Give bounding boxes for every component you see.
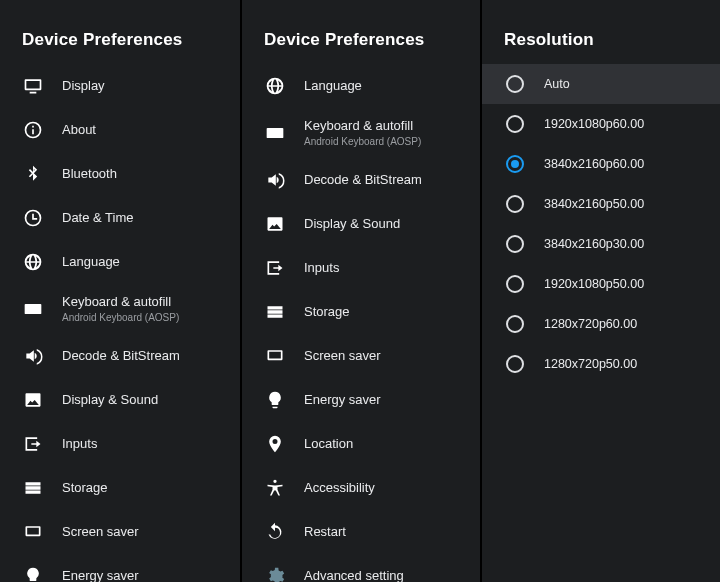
- panel-title: Resolution: [482, 30, 720, 64]
- resolution-option-1920x1080p50-00[interactable]: 1920x1080p50.00: [482, 264, 720, 304]
- bulb-icon: [22, 565, 44, 582]
- menu-item-label: Inputs: [62, 436, 97, 452]
- menu-item-label: Energy saver: [62, 568, 139, 582]
- volume-icon: [22, 345, 44, 367]
- menu-item-label: Display & Sound: [62, 392, 158, 408]
- menu-item-screen-saver[interactable]: Screen saver: [242, 334, 480, 378]
- resolution-panel: Resolution Auto1920x1080p60.003840x2160p…: [480, 0, 720, 582]
- panel-title: Device Preferences: [0, 30, 240, 64]
- menu-item-label: Storage: [62, 480, 108, 496]
- radio-icon: [506, 355, 524, 373]
- resolution-option-1280x720p60-00[interactable]: 1280x720p60.00: [482, 304, 720, 344]
- display-icon: [22, 75, 44, 97]
- device-preferences-panel-2: Device Preferences LanguageKeyboard & au…: [240, 0, 480, 582]
- menu-item-label: Display & Sound: [304, 216, 400, 232]
- volume-icon: [264, 169, 286, 191]
- resolution-option-label: 3840x2160p30.00: [544, 237, 644, 251]
- globe-icon: [264, 75, 286, 97]
- menu-item-sublabel: Android Keyboard (AOSP): [62, 312, 179, 324]
- radio-icon: [506, 275, 524, 293]
- menu-item-bluetooth[interactable]: Bluetooth: [0, 152, 240, 196]
- menu-item-label: Date & Time: [62, 210, 134, 226]
- menu-item-energy-saver[interactable]: Energy saver: [242, 378, 480, 422]
- device-preferences-panel-1: Device Preferences DisplayAboutBluetooth…: [0, 0, 240, 582]
- menu-item-storage[interactable]: Storage: [0, 466, 240, 510]
- menu-item-inputs[interactable]: Inputs: [0, 422, 240, 466]
- radio-icon: [506, 315, 524, 333]
- resolution-option-label: 1280x720p50.00: [544, 357, 637, 371]
- screensaver-icon: [264, 345, 286, 367]
- resolution-option-label: 1280x720p60.00: [544, 317, 637, 331]
- radio-icon: [506, 195, 524, 213]
- about-icon: [22, 119, 44, 141]
- resolution-option-1280x720p50-00[interactable]: 1280x720p50.00: [482, 344, 720, 384]
- panel-title: Device Preferences: [242, 30, 480, 64]
- radio-list: Auto1920x1080p60.003840x2160p60.003840x2…: [482, 64, 720, 384]
- menu-item-inputs[interactable]: Inputs: [242, 246, 480, 290]
- menu-list: DisplayAboutBluetoothDate & TimeLanguage…: [0, 64, 240, 582]
- menu-item-language[interactable]: Language: [242, 64, 480, 108]
- menu-item-decode-bitstream[interactable]: Decode & BitStream: [0, 334, 240, 378]
- menu-item-label: Language: [62, 254, 120, 270]
- menu-item-display-sound[interactable]: Display & Sound: [242, 202, 480, 246]
- bluetooth-icon: [22, 163, 44, 185]
- globe-icon: [22, 251, 44, 273]
- menu-item-label: Advanced setting: [304, 568, 404, 582]
- storage-icon: [264, 301, 286, 323]
- menu-item-screen-saver[interactable]: Screen saver: [0, 510, 240, 554]
- menu-item-sublabel: Android Keyboard (AOSP): [304, 136, 421, 148]
- menu-item-label: About: [62, 122, 96, 138]
- input-icon: [264, 257, 286, 279]
- resolution-option-3840x2160p30-00[interactable]: 3840x2160p30.00: [482, 224, 720, 264]
- resolution-option-3840x2160p50-00[interactable]: 3840x2160p50.00: [482, 184, 720, 224]
- resolution-option-label: 3840x2160p50.00: [544, 197, 644, 211]
- menu-item-label: Location: [304, 436, 353, 452]
- resolution-option-label: Auto: [544, 77, 570, 91]
- radio-icon: [506, 155, 524, 173]
- resolution-option-label: 3840x2160p60.00: [544, 157, 644, 171]
- menu-item-about[interactable]: About: [0, 108, 240, 152]
- resolution-option-auto[interactable]: Auto: [482, 64, 720, 104]
- menu-item-advanced-setting[interactable]: Advanced setting: [242, 554, 480, 582]
- radio-icon: [506, 115, 524, 133]
- radio-icon: [506, 235, 524, 253]
- menu-item-label: Display: [62, 78, 105, 94]
- bulb-icon: [264, 389, 286, 411]
- menu-item-decode-bitstream[interactable]: Decode & BitStream: [242, 158, 480, 202]
- resolution-option-label: 1920x1080p50.00: [544, 277, 644, 291]
- resolution-option-1920x1080p60-00[interactable]: 1920x1080p60.00: [482, 104, 720, 144]
- clock-icon: [22, 207, 44, 229]
- menu-item-display-sound[interactable]: Display & Sound: [0, 378, 240, 422]
- menu-item-restart[interactable]: Restart: [242, 510, 480, 554]
- keyboard-icon: [264, 122, 286, 144]
- menu-item-accessibility[interactable]: Accessibility: [242, 466, 480, 510]
- image-icon: [22, 389, 44, 411]
- resolution-option-3840x2160p60-00[interactable]: 3840x2160p60.00: [482, 144, 720, 184]
- menu-item-keyboard-autofill[interactable]: Keyboard & autofillAndroid Keyboard (AOS…: [242, 108, 480, 158]
- keyboard-icon: [22, 298, 44, 320]
- menu-item-location[interactable]: Location: [242, 422, 480, 466]
- menu-item-label: Storage: [304, 304, 350, 320]
- menu-item-label: Screen saver: [62, 524, 139, 540]
- resolution-option-label: 1920x1080p60.00: [544, 117, 644, 131]
- menu-item-language[interactable]: Language: [0, 240, 240, 284]
- storage-icon: [22, 477, 44, 499]
- menu-item-label: Bluetooth: [62, 166, 117, 182]
- accessibility-icon: [264, 477, 286, 499]
- menu-item-label: Decode & BitStream: [304, 172, 422, 188]
- menu-item-label: Restart: [304, 524, 346, 540]
- menu-item-label: Decode & BitStream: [62, 348, 180, 364]
- menu-item-label: Energy saver: [304, 392, 381, 408]
- image-icon: [264, 213, 286, 235]
- menu-item-label: Inputs: [304, 260, 339, 276]
- gear-icon: [264, 565, 286, 582]
- menu-item-label: Accessibility: [304, 480, 375, 496]
- menu-item-label: Language: [304, 78, 362, 94]
- menu-item-keyboard-autofill[interactable]: Keyboard & autofillAndroid Keyboard (AOS…: [0, 284, 240, 334]
- menu-item-storage[interactable]: Storage: [242, 290, 480, 334]
- menu-item-display[interactable]: Display: [0, 64, 240, 108]
- menu-item-energy-saver[interactable]: Energy saver: [0, 554, 240, 582]
- screensaver-icon: [22, 521, 44, 543]
- restart-icon: [264, 521, 286, 543]
- menu-item-date-time[interactable]: Date & Time: [0, 196, 240, 240]
